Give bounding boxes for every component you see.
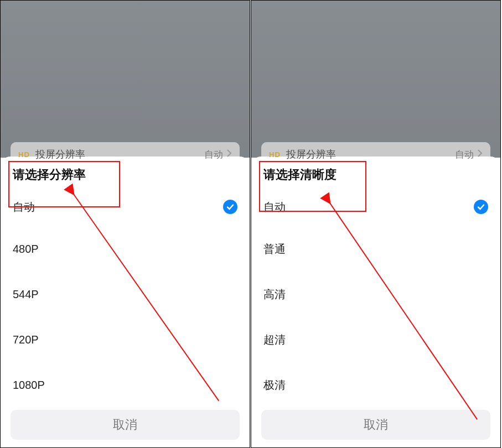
option-720p[interactable]: 720P [1, 317, 250, 362]
option-hd[interactable]: 高清 [251, 272, 500, 317]
cancel-button[interactable]: 取消 [261, 410, 490, 440]
hd-badge: HD [18, 150, 30, 159]
option-label: 普通 [263, 242, 286, 257]
option-uhd[interactable]: 超清 [251, 317, 500, 362]
option-label: 自动 [13, 200, 35, 215]
option-1080p[interactable]: 1080P [1, 362, 250, 408]
option-label: 480P [13, 243, 39, 256]
screenshot-left: HD 投屏分辨率 自动 请选择分辨率 自动 480P 544P 720P [0, 0, 250, 448]
option-label: 极清 [263, 378, 286, 393]
option-auto[interactable]: 自动 [1, 187, 250, 226]
sheet-title: 请选择分辨率 [1, 166, 250, 187]
screenshot-right: HD 投屏分辨率 自动 请选择清晰度 自动 普通 高清 超清 [251, 0, 501, 448]
cancel-label: 取消 [113, 416, 137, 433]
option-544p[interactable]: 544P [1, 272, 250, 317]
option-label: 720P [13, 334, 39, 346]
options-list: 自动 普通 高清 超清 极清 [251, 187, 500, 408]
hd-badge: HD [269, 150, 281, 159]
option-480p[interactable]: 480P [1, 226, 250, 272]
sheet-title: 请选择清晰度 [251, 166, 500, 187]
options-list: 自动 480P 544P 720P 1080P [1, 187, 250, 408]
checkmark-circle-icon [223, 200, 237, 214]
setting-row-label: 投屏分辨率 [286, 148, 455, 161]
option-label: 1080P [13, 379, 45, 392]
option-label: 高清 [263, 287, 286, 302]
action-sheet: 请选择清晰度 自动 普通 高清 超清 极清 取消 [251, 157, 500, 447]
option-auto[interactable]: 自动 [251, 187, 500, 226]
action-sheet: 请选择分辨率 自动 480P 544P 720P 1080P 取消 [1, 157, 250, 447]
chevron-right-icon [226, 149, 232, 160]
setting-row-value: 自动 [455, 148, 474, 161]
checkmark-circle-icon [474, 200, 488, 214]
option-label: 544P [13, 288, 39, 301]
setting-row-label: 投屏分辨率 [35, 148, 204, 161]
option-label: 自动 [263, 200, 286, 215]
option-normal[interactable]: 普通 [251, 226, 500, 272]
chevron-right-icon [477, 149, 483, 160]
background-dim-overlay [251, 1, 500, 158]
option-label: 超清 [263, 332, 286, 347]
option-extreme[interactable]: 极清 [251, 362, 500, 408]
background-dim-overlay [1, 1, 250, 158]
cancel-label: 取消 [364, 416, 388, 433]
cancel-button[interactable]: 取消 [11, 410, 240, 440]
setting-row-value: 自动 [204, 148, 223, 161]
